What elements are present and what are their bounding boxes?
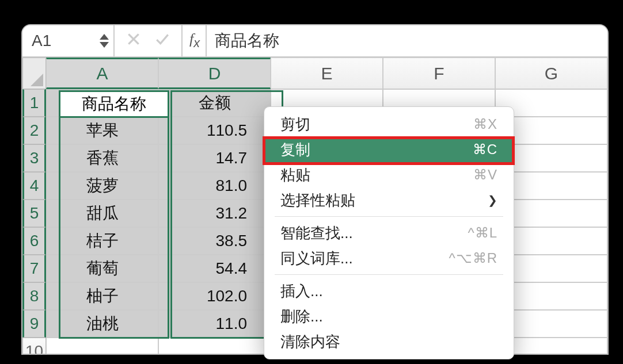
confirm-icon[interactable] bbox=[155, 32, 170, 51]
menu-label: 选择性粘贴 bbox=[280, 190, 355, 210]
menu-item-粘贴[interactable]: 粘贴⌘V bbox=[264, 162, 514, 187]
name-box[interactable]: A1 bbox=[22, 25, 115, 56]
menu-item-插入...[interactable]: 插入... bbox=[264, 278, 514, 304]
fx-label[interactable]: fx bbox=[183, 25, 207, 56]
cell-d3[interactable]: 14.7 bbox=[158, 144, 271, 172]
menu-item-复制[interactable]: 复制⌘C bbox=[264, 137, 514, 162]
stepper-up-icon[interactable] bbox=[100, 34, 109, 40]
cell-a2[interactable]: 苹果 bbox=[46, 117, 158, 144]
menu-separator bbox=[275, 274, 503, 275]
cell-d4[interactable]: 81.0 bbox=[158, 172, 271, 200]
cell-a6[interactable]: 桔子 bbox=[46, 227, 158, 255]
chevron-right-icon: ❯ bbox=[488, 193, 497, 207]
shortcut: ⌘X bbox=[473, 116, 497, 132]
row-header-8[interactable]: 8 bbox=[22, 282, 46, 310]
row-header-6[interactable]: 6 bbox=[22, 227, 46, 255]
cancel-icon[interactable] bbox=[126, 32, 141, 51]
col-header-a[interactable]: A bbox=[46, 58, 158, 89]
row-header-7[interactable]: 7 bbox=[22, 255, 46, 282]
row-header-3[interactable]: 3 bbox=[22, 144, 46, 172]
col-header-g[interactable]: G bbox=[495, 58, 607, 89]
formula-input[interactable]: 商品名称 bbox=[206, 25, 607, 56]
menu-item-清除内容[interactable]: 清除内容 bbox=[264, 329, 514, 354]
cell-a1[interactable]: 商品名称 bbox=[46, 89, 158, 117]
cell-d10[interactable] bbox=[158, 338, 271, 355]
menu-label: 同义词库... bbox=[280, 248, 353, 269]
menu-label: 清除内容 bbox=[280, 332, 340, 352]
cell-a4[interactable]: 菠萝 bbox=[46, 172, 158, 200]
col-header-d[interactable]: D bbox=[158, 58, 271, 89]
row-header-5[interactable]: 5 bbox=[22, 200, 46, 227]
column-headers: A D E F G bbox=[22, 58, 607, 89]
select-all-corner[interactable] bbox=[22, 58, 46, 89]
shortcut: ⌘V bbox=[473, 167, 497, 183]
cell-reference: A1 bbox=[32, 32, 95, 50]
col-header-f[interactable]: F bbox=[383, 58, 495, 89]
menu-label: 粘贴 bbox=[280, 165, 310, 185]
context-menu: 剪切⌘X复制⌘C粘贴⌘V选择性粘贴❯智能查找...^⌘L同义词库...^⌥⌘R插… bbox=[264, 106, 514, 359]
cell-a10[interactable] bbox=[46, 338, 158, 355]
row-header-10[interactable]: 10 bbox=[22, 338, 46, 355]
shortcut: ^⌥⌘R bbox=[449, 250, 497, 266]
cell-d1[interactable]: 金额 bbox=[158, 89, 271, 117]
cell-d8[interactable]: 102.0 bbox=[158, 282, 271, 310]
menu-item-删除...[interactable]: 删除... bbox=[264, 304, 514, 329]
name-box-stepper[interactable] bbox=[100, 34, 109, 48]
menu-item-剪切[interactable]: 剪切⌘X bbox=[264, 112, 514, 137]
cell-d6[interactable]: 38.5 bbox=[158, 227, 271, 255]
menu-separator bbox=[275, 216, 503, 217]
row-header-2[interactable]: 2 bbox=[22, 117, 46, 144]
cell-a5[interactable]: 甜瓜 bbox=[46, 200, 158, 227]
cell-d9[interactable]: 11.0 bbox=[158, 310, 271, 338]
row-header-1[interactable]: 1 bbox=[22, 89, 46, 117]
menu-label: 复制 bbox=[280, 140, 310, 160]
cell-d7[interactable]: 54.4 bbox=[158, 255, 271, 282]
menu-label: 智能查找... bbox=[280, 223, 353, 243]
stepper-down-icon[interactable] bbox=[100, 42, 109, 48]
cell-a8[interactable]: 柚子 bbox=[46, 282, 158, 310]
cell-d2[interactable]: 110.5 bbox=[158, 117, 271, 144]
menu-label: 剪切 bbox=[280, 114, 310, 135]
cell-a9[interactable]: 油桃 bbox=[46, 310, 158, 338]
shortcut: ⌘C bbox=[473, 141, 497, 158]
menu-item-智能查找...[interactable]: 智能查找...^⌘L bbox=[264, 220, 514, 246]
menu-label: 插入... bbox=[280, 281, 323, 301]
cell-a3[interactable]: 香蕉 bbox=[46, 144, 158, 172]
col-header-e[interactable]: E bbox=[271, 58, 383, 89]
formula-bar: A1 fx 商品名称 bbox=[22, 25, 607, 58]
cell-a7[interactable]: 葡萄 bbox=[46, 255, 158, 282]
formula-buttons bbox=[115, 25, 183, 56]
row-header-9[interactable]: 9 bbox=[22, 310, 46, 338]
menu-label: 删除... bbox=[280, 306, 323, 327]
menu-item-选择性粘贴[interactable]: 选择性粘贴❯ bbox=[264, 187, 514, 213]
shortcut: ^⌘L bbox=[468, 225, 497, 241]
menu-item-同义词库...[interactable]: 同义词库...^⌥⌘R bbox=[264, 246, 514, 271]
cell-d5[interactable]: 31.2 bbox=[158, 200, 271, 227]
row-header-4[interactable]: 4 bbox=[22, 172, 46, 200]
